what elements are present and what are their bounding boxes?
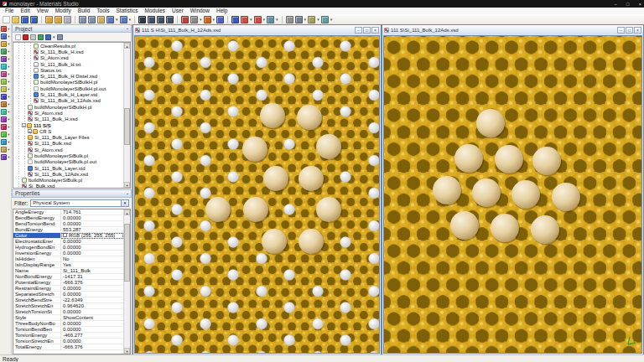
property-value[interactable]: 0.00000: [61, 286, 123, 292]
scroll-thumb[interactable]: [124, 224, 130, 282]
tree-item[interactable]: Si_111_Bulk_H.xsd: [13, 116, 123, 122]
tree-item[interactable]: Si_Atom.xsd: [13, 55, 123, 61]
property-row[interactable]: AngleEnergy714.761: [13, 209, 123, 215]
color-swatch[interactable]: [63, 233, 67, 237]
selection-arrow-icon[interactable]: [138, 16, 146, 23]
print-icon[interactable]: [64, 16, 71, 23]
menu-user[interactable]: User: [169, 8, 187, 14]
tree-item[interactable]: +CR S: [13, 128, 123, 134]
document-title-bar[interactable]: 111 S\Si_111_Bulk_12Ads.xsd – □ ×: [382, 25, 643, 34]
import-icon[interactable]: [45, 16, 53, 23]
view-orientation-dropdown-icon[interactable]: ▾: [304, 16, 307, 23]
scroll-down-icon[interactable]: ▼: [124, 182, 130, 188]
preview-icon[interactable]: [57, 34, 63, 40]
property-value[interactable]: -466.277: [61, 333, 123, 339]
property-value[interactable]: 0.00000: [61, 221, 123, 227]
lighting-dropdown-icon[interactable]: ▾: [317, 16, 319, 23]
property-row[interactable]: BendTorsionBend0.00000: [13, 221, 123, 227]
close-icon[interactable]: ×: [634, 27, 641, 34]
tree-item[interactable]: Status.txt: [13, 67, 123, 73]
paste-icon[interactable]: [97, 16, 105, 23]
module-dmol3-icon[interactable]: ▾: [1, 64, 9, 70]
element-palette-icon[interactable]: [204, 16, 211, 23]
property-row[interactable]: StretchBendStre-22.6349: [13, 297, 123, 303]
project-tree-scrollbar[interactable]: ▲ ▼: [123, 43, 130, 188]
symmetry-dropdown-icon[interactable]: ▾: [276, 16, 278, 23]
property-value[interactable]: 553.287: [61, 227, 123, 233]
property-value[interactable]: -666.376: [61, 280, 123, 286]
copy-item-icon[interactable]: [30, 34, 36, 40]
module-synthia-icon[interactable]: ▾: [1, 124, 9, 130]
property-value[interactable]: 0.964620: [61, 303, 123, 309]
property-row[interactable]: NonBondEnergy-1417.31: [13, 274, 123, 280]
sort-dropdown-icon[interactable]: ▾: [53, 34, 55, 41]
property-row[interactable]: ElectrostaticEner0.00000: [13, 239, 123, 245]
module-mesocite-icon[interactable]: ▾: [1, 86, 9, 92]
sort-icon[interactable]: [45, 34, 51, 40]
property-row[interactable]: TorsionBendBen0.00000: [13, 327, 123, 333]
tree-item[interactable]: Si_Atom.xsd: [13, 110, 123, 116]
display-style-icon[interactable]: [321, 16, 329, 23]
undo-dropdown-icon[interactable]: ▾: [116, 16, 118, 23]
expand-icon[interactable]: +: [28, 129, 32, 133]
clean-icon[interactable]: [241, 16, 248, 23]
property-value[interactable]: 0.00000: [61, 321, 123, 327]
scroll-down-icon[interactable]: ▼: [124, 348, 130, 354]
new-item-icon[interactable]: [15, 34, 21, 40]
tree-item[interactable]: Si_Atom.xsd: [13, 147, 123, 153]
tree-item[interactable]: Si_111_Bulk_H_12Ads.xsd: [13, 98, 123, 104]
property-row[interactable]: ColorRGB (255, 255, 255): [13, 233, 123, 239]
delete-icon[interactable]: [23, 34, 29, 40]
module-morphology-icon[interactable]: ▾: [1, 94, 9, 100]
property-value[interactable]: 0.00000: [61, 239, 123, 245]
scroll-up-icon[interactable]: ▲: [124, 209, 130, 215]
tree-item[interactable]: buildMonolayerSiBulk.pl: [13, 178, 123, 184]
new-document-icon[interactable]: [3, 16, 10, 23]
property-row[interactable]: IsInDisplayRangeYes: [13, 262, 123, 268]
menu-help[interactable]: Help: [213, 8, 231, 14]
property-row[interactable]: BondEnergy553.287: [13, 227, 123, 233]
property-row[interactable]: NameSi_111_Bulk: [13, 268, 123, 274]
minimize-icon[interactable]: –: [617, 27, 625, 34]
property-value[interactable]: -22.6349: [61, 297, 123, 303]
document-title-bar[interactable]: 111 S H\Si_111_Bulk_H_12Ads.xsd – □ ×: [133, 25, 381, 34]
export-icon[interactable]: [55, 16, 62, 23]
tree-item[interactable]: buildMonolayerSiBulk.pl: [13, 153, 123, 158]
structure-3d-view[interactable]: [134, 35, 380, 354]
property-value[interactable]: 0.00000: [61, 309, 123, 315]
property-row[interactable]: InversionEnergy0.00000: [13, 251, 123, 256]
menu-window[interactable]: Window: [187, 8, 213, 14]
tree-item[interactable]: Si_111_Bulk_H Distel.xsd: [13, 73, 123, 79]
property-value[interactable]: 0.00000: [61, 251, 123, 256]
module-visualizer-icon[interactable]: ▾: [1, 26, 9, 32]
menu-statistics[interactable]: Statistics: [112, 8, 141, 14]
menu-view[interactable]: View: [34, 8, 52, 14]
translate-icon[interactable]: [148, 16, 155, 23]
redo-icon[interactable]: [120, 16, 127, 23]
menu-edit[interactable]: Edit: [17, 8, 33, 14]
property-value[interactable]: No: [61, 256, 123, 262]
property-row[interactable]: SeparatedStretch0.00000: [13, 292, 123, 297]
module-gulp-icon[interactable]: ▾: [1, 79, 9, 85]
property-row[interactable]: StretchStretchEn0.964620: [13, 303, 123, 309]
property-row[interactable]: TorsionEnergy-466.277: [13, 333, 123, 339]
refresh-icon[interactable]: [38, 34, 44, 40]
scroll-up-icon[interactable]: ▲: [124, 43, 130, 49]
save-icon[interactable]: [21, 16, 29, 23]
chevron-down-icon[interactable]: ▼: [121, 200, 128, 206]
adjust-hydrogen-icon[interactable]: [231, 16, 239, 23]
module-polymorph-icon[interactable]: ▾: [1, 101, 9, 107]
property-row[interactable]: PotentialEnergy-666.376: [13, 280, 123, 286]
menu-tools[interactable]: Tools: [93, 8, 112, 14]
recenter-icon[interactable]: [286, 16, 293, 23]
property-value[interactable]: 714.761: [61, 209, 123, 215]
tree-item[interactable]: Si_Bulk.xsd: [13, 184, 123, 189]
redo-dropdown-icon[interactable]: ▾: [129, 16, 132, 23]
tree-item[interactable]: Si_111_Bulk_Layer Files: [13, 134, 123, 140]
tree-item[interactable]: Si_111_Bulk_H.txt: [13, 61, 123, 67]
save-all-icon[interactable]: [30, 16, 38, 23]
module-reflex-icon[interactable]: ▾: [1, 109, 9, 115]
property-row[interactable]: ThreeBodyNonBo0.00000: [13, 321, 123, 327]
property-row[interactable]: StretchTorsionSt0.00000: [13, 309, 123, 315]
right-structure-view[interactable]: [384, 36, 641, 353]
